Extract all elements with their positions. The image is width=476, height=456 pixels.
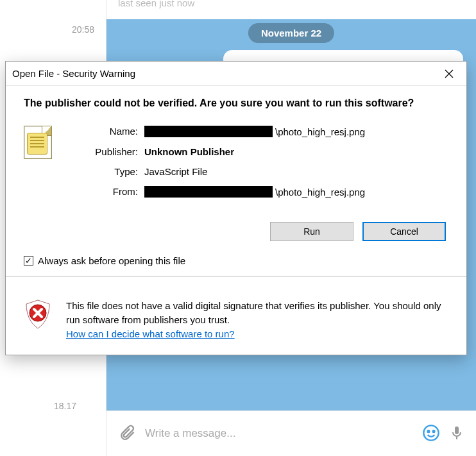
emoji-icon[interactable] — [422, 424, 440, 444]
chat-time: 20:58 — [72, 24, 94, 35]
chat-header: last seen just now — [106, 0, 476, 19]
value-name-suffix: \photo_high_resj.png — [275, 126, 365, 137]
svg-rect-3 — [456, 437, 457, 439]
cancel-button[interactable]: Cancel — [362, 222, 446, 241]
redacted-from-path — [144, 186, 273, 198]
security-warning-dialog: Open File - Security Warning The publish… — [5, 61, 467, 355]
label-name: Name: — [74, 124, 144, 137]
microphone-icon[interactable] — [449, 424, 464, 444]
redacted-name-path — [144, 126, 273, 137]
chat-time-2: 18.17 — [54, 401, 76, 411]
svg-point-0 — [423, 425, 438, 440]
divider — [6, 276, 466, 277]
chat-last-seen: last seen just now — [118, 0, 194, 8]
label-from: From: — [74, 185, 144, 197]
value-from-suffix: \photo_high_resj.png — [275, 187, 365, 198]
run-button[interactable]: Run — [270, 222, 353, 241]
label-publisher: Publisher: — [74, 145, 144, 157]
value-type: JavaScript File — [144, 165, 448, 177]
chat-date-pill: November 22 — [248, 23, 334, 43]
dialog-titlebar[interactable]: Open File - Security Warning — [6, 62, 466, 86]
dialog-title: Open File - Security Warning — [12, 68, 135, 79]
shield-warning-icon — [24, 299, 52, 332]
value-publisher: Unknown Publisher — [144, 145, 448, 157]
checkbox-icon[interactable]: ✓ — [24, 256, 33, 266]
dialog-heading: The publisher could not be verified. Are… — [24, 97, 448, 109]
footer-help-link[interactable]: How can I decide what software to run? — [66, 328, 235, 339]
file-icon — [24, 126, 52, 159]
footer-text: This file does not have a valid digital … — [66, 300, 441, 325]
svg-point-1 — [428, 430, 430, 432]
message-input[interactable]: Write a message... — [145, 427, 413, 440]
label-type: Type: — [74, 165, 144, 177]
chat-input-bar: Write a message... — [106, 410, 476, 456]
checkbox-label: Always ask before opening this file — [38, 255, 185, 266]
close-button[interactable] — [437, 64, 461, 83]
attach-icon[interactable] — [118, 424, 136, 444]
always-ask-checkbox[interactable]: ✓ Always ask before opening this file — [24, 255, 448, 266]
svg-point-2 — [433, 430, 435, 432]
